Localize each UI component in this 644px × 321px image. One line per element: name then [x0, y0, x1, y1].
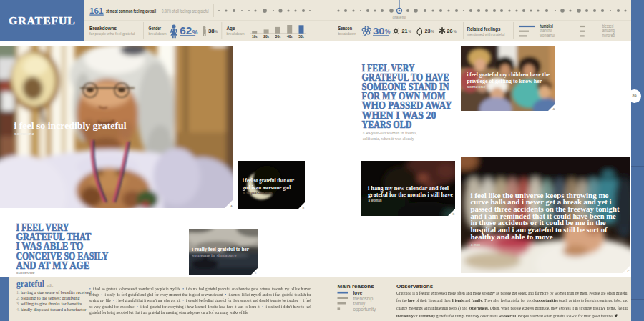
svg-text:161: 161 — [89, 6, 104, 15]
svg-text:i really feel grateful to her: i really feel grateful to her — [192, 247, 250, 252]
svg-text:%: % — [192, 29, 198, 36]
svg-text:california, when it was cloudy: california, when it was cloudy — [363, 136, 414, 142]
svg-text:god is an awesome god: god is an awesome god — [243, 184, 291, 191]
svg-text:healthy and able to move: healthy and able to move — [471, 233, 554, 241]
svg-text:st most common feeling overall: st most common feeling overall — [106, 9, 156, 14]
svg-text:38: 38 — [208, 28, 215, 34]
svg-text:breakdown: breakdown — [338, 31, 356, 36]
svg-text:grateful for the months i stil: grateful for the months i still have — [368, 191, 453, 198]
svg-text:honored: honored — [602, 33, 615, 38]
svg-text:26: 26 — [447, 28, 453, 34]
svg-text:love: love — [353, 290, 363, 295]
svg-text:mentioned with grateful: mentioned with grateful — [467, 31, 505, 36]
svg-text:a man: a man — [471, 242, 480, 247]
svg-text:10s: 10s — [252, 34, 258, 39]
svg-text:i feel grateful my children ha: i feel grateful my children have the — [467, 71, 550, 78]
svg-text:wonderful: wonderful — [540, 33, 555, 38]
svg-text:%: % — [431, 30, 435, 34]
svg-text:i feel so grateful that our: i feel so grateful that our — [243, 177, 295, 184]
svg-text:%: % — [454, 30, 457, 34]
svg-text:i feel so incredibly grateful: i feel so incredibly grateful — [14, 120, 127, 131]
svg-text:·: · — [158, 9, 160, 14]
svg-text:YEARS OLD: YEARS OLD — [362, 118, 412, 130]
svg-text:%: % — [409, 30, 412, 34]
svg-text:breakdown: breakdown — [227, 31, 245, 36]
svg-text:someone in singapore: someone in singapore — [192, 253, 237, 257]
svg-text:grateful: grateful — [393, 15, 406, 19]
svg-text:i hang my new calendar and fee: i hang my new calendar and feel — [368, 184, 449, 192]
svg-text:AND AT MY AGE: AND AT MY AGE — [16, 259, 89, 271]
svg-text:23: 23 — [425, 28, 431, 34]
svg-text:privilege of getting to know h: privilege of getting to know her — [467, 77, 542, 84]
svg-text:%: % — [215, 30, 218, 34]
svg-text:30s: 30s — [275, 34, 281, 39]
svg-text:breakdown: breakdown — [149, 31, 167, 36]
svg-text:21: 21 — [402, 28, 408, 34]
svg-text:opportunity: opportunity — [353, 307, 376, 312]
svg-text:someone: someone — [16, 270, 35, 275]
svg-text:C: C — [628, 270, 630, 273]
svg-text:%: % — [385, 28, 391, 35]
svg-text:20s: 20s — [263, 34, 269, 39]
svg-text:c: c — [255, 271, 257, 275]
svg-text:A: A — [230, 204, 233, 208]
svg-text:62: 62 — [180, 25, 192, 36]
svg-text:0.08% of all feelings are grat: 0.08% of all feelings are grateful — [162, 9, 209, 14]
svg-text:a 39-year-old man: a 39-year-old man — [243, 192, 273, 195]
svg-text:for people who feel grateful: for people who feel grateful — [89, 31, 135, 36]
svg-text:B: B — [303, 206, 305, 209]
svg-text:50+: 50+ — [298, 34, 304, 39]
svg-text:A: A — [553, 107, 555, 111]
svg-text:B: B — [453, 212, 455, 216]
svg-text:30: 30 — [373, 26, 385, 36]
svg-text:someone: someone — [14, 132, 34, 136]
svg-text:a woman: a woman — [369, 198, 382, 202]
svg-text:40s: 40s — [287, 34, 293, 39]
